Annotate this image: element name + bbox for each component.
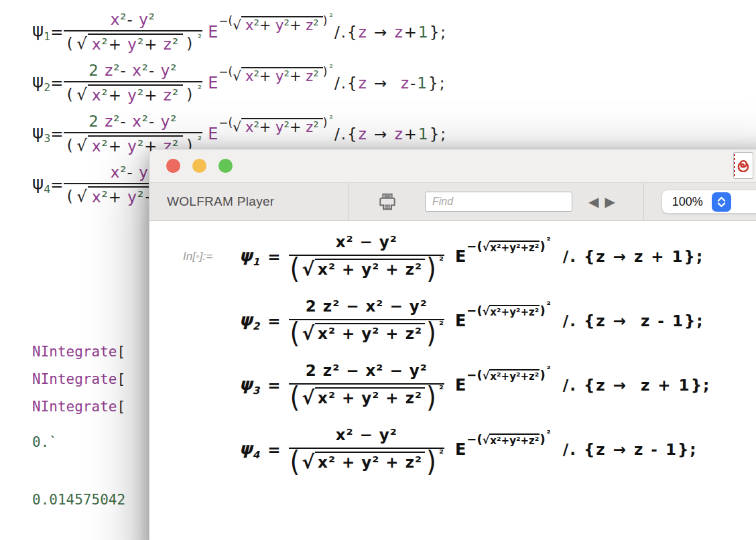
nintegrate-line: NIntegrate[	[32, 393, 125, 421]
notebook-formula-row: In[•]:=ψ4=x² − y²(√x² + y² + z²)²E−(√x²+…	[183, 426, 756, 473]
radical-icon: √	[77, 136, 88, 155]
fraction: 2 z²- x²- y²(√x²+ y²+ z²)²	[64, 62, 203, 104]
radical-icon: √	[77, 85, 88, 104]
output-value: 0.014575042	[32, 492, 125, 508]
bg-formula-row: ψ2=2 z²- x²- y²(√x²+ y²+ z²)²E−(√x²+ y²+…	[32, 62, 447, 104]
exponent: −(√x²+y²+z²)²	[466, 303, 550, 318]
radical-icon: √	[77, 34, 88, 53]
zoom-stepper-icon[interactable]	[712, 192, 731, 212]
minimize-button[interactable]	[192, 159, 206, 173]
find-input[interactable]	[425, 192, 572, 212]
exponent: −(√x²+ y²+ z²)²	[218, 65, 333, 82]
in-label: In[•]:=	[183, 250, 239, 263]
psi-symbol: ψ2	[239, 310, 259, 332]
exponent: −(√x²+y²+z²)²	[466, 432, 550, 446]
notebook-formula-row: In[•]:=ψ2=2 z² − x² − y²(√x² + y² + z²)²…	[183, 297, 756, 344]
radical-icon: √	[483, 433, 490, 446]
exp-e: E	[208, 74, 218, 92]
find-next-button[interactable]: ▶	[605, 194, 615, 210]
exp-e: E	[455, 440, 466, 459]
radical-icon: √	[483, 369, 490, 382]
zoom-level-dropdown[interactable]: 100%	[662, 190, 756, 214]
bg-formula-row: ψ1=x²- y²(√x²+ y²+ z²)²E−(√x²+ y²+ z²)²/…	[32, 11, 447, 53]
toolbar-divider	[643, 183, 644, 220]
notebook-content[interactable]: In[•]:=ψ1=x² − y²(√x² + y² + z²)²E−(√x²+…	[149, 221, 756, 473]
psi-symbol: ψ1	[32, 20, 50, 43]
find-nav: ◀ ▶	[588, 194, 615, 210]
radical-icon: √	[233, 17, 241, 33]
close-button[interactable]	[166, 159, 180, 173]
psi-symbol: ψ4	[239, 439, 259, 461]
psi-symbol: ψ2	[32, 71, 50, 94]
psi-symbol: ψ4	[32, 173, 50, 196]
radical-icon: √	[302, 387, 315, 409]
fraction: x² − y²(√x² + y² + z²)²	[289, 233, 444, 280]
notebook-formula-row: In[•]:=ψ3=2 z² − x² − y²(√x² + y² + z²)²…	[183, 362, 756, 409]
radical-icon: √	[233, 119, 241, 135]
exp-e: E	[208, 125, 218, 143]
exp-e: E	[455, 312, 466, 330]
radical-icon: √	[302, 451, 315, 473]
toolbar-divider	[348, 183, 349, 220]
background-code-lines: NIntegrate[ NIntegrate[ NIntegrate[	[32, 338, 125, 421]
radical-icon: √	[483, 305, 490, 318]
wolfram-spiral-icon	[737, 159, 750, 172]
document-proxy-icon[interactable]	[733, 152, 753, 179]
psi-symbol: ψ3	[239, 375, 259, 397]
maximize-button[interactable]	[218, 159, 233, 173]
exp-e: E	[208, 23, 218, 42]
fraction: x² − y²(√x² + y² + z²)²	[289, 426, 444, 473]
zoom-level-value: 100%	[672, 195, 703, 209]
fraction: 2 z² − x² − y²(√x² + y² + z²)²	[289, 362, 444, 409]
find-previous-button[interactable]: ◀	[588, 194, 598, 210]
psi-symbol: ψ3	[32, 122, 50, 145]
exponent: −(√x²+y²+z²)²	[466, 239, 550, 253]
radical-icon: √	[77, 187, 88, 206]
player-toolbar: WOLFRAM Player ◀ ▶ 100%	[149, 183, 756, 221]
fraction: 2 z² − x² − y²(√x² + y² + z²)²	[289, 297, 444, 344]
psi-symbol: ψ1	[239, 246, 259, 268]
radical-icon: √	[233, 68, 241, 84]
fraction: x²- y²(√x²+ y²+ z²)²	[64, 11, 203, 53]
exponent: −(√x²+ y²+ z²)²	[218, 14, 333, 31]
app-title: WOLFRAM Player	[167, 194, 348, 209]
print-button[interactable]	[377, 191, 398, 212]
exponent: −(√x²+ y²+ z²)²	[218, 116, 333, 133]
radical-icon: √	[302, 258, 315, 280]
exp-e: E	[455, 247, 466, 266]
radical-icon: √	[483, 241, 490, 253]
nintegrate-line: NIntegrate[	[32, 366, 125, 393]
window-titlebar[interactable]	[149, 149, 756, 183]
output-value: 0.`	[32, 434, 58, 450]
notebook-formula-row: In[•]:=ψ1=x² − y²(√x² + y² + z²)²E−(√x²+…	[183, 233, 756, 280]
exponent: −(√x²+y²+z²)²	[466, 368, 550, 382]
nintegrate-line: NIntegrate[	[32, 338, 125, 366]
printer-icon	[377, 191, 398, 212]
exp-e: E	[455, 376, 466, 395]
wolfram-player-window: WOLFRAM Player ◀ ▶ 100% In[•]:=ψ1=x²	[149, 149, 756, 540]
radical-icon: √	[302, 322, 315, 344]
